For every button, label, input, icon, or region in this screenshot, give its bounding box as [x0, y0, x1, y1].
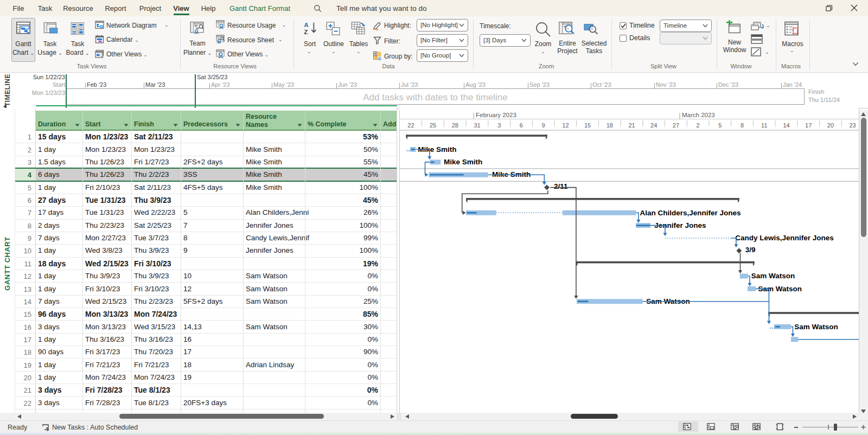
svg-text:18: 18: [607, 122, 613, 129]
svg-text:3: 3: [497, 122, 501, 129]
svg-text:6: 6: [520, 122, 523, 129]
svg-text:A: A: [304, 21, 309, 28]
svg-text:Z: Z: [304, 28, 308, 35]
svg-text:9: 9: [542, 122, 545, 129]
svg-text:17: 17: [805, 122, 812, 129]
svg-text:February 2023: February 2023: [476, 112, 516, 118]
svg-text:14: 14: [783, 122, 789, 129]
svg-text:11: 11: [761, 122, 767, 129]
svg-text:31: 31: [474, 122, 480, 129]
svg-text:8: 8: [741, 122, 744, 129]
svg-text:15: 15: [584, 122, 591, 129]
svg-text:5: 5: [718, 122, 722, 129]
svg-text:3/9: 3/9: [745, 246, 756, 254]
svg-text:12: 12: [562, 122, 569, 129]
svg-text:Alan Childers,Jennifer Jones: Alan Childers,Jennifer Jones: [640, 209, 741, 217]
svg-text:23: 23: [849, 122, 856, 129]
svg-text:2: 2: [697, 122, 700, 129]
svg-text:25: 25: [430, 122, 436, 129]
svg-text:Sam Watson: Sam Watson: [794, 323, 838, 331]
svg-text:22: 22: [407, 122, 414, 129]
svg-text:27: 27: [673, 122, 679, 129]
svg-text:Candy Lewis,Jennifer Jones: Candy Lewis,Jennifer Jones: [735, 234, 834, 242]
svg-text:March 2023: March 2023: [682, 112, 715, 118]
svg-text:Mike Smith: Mike Smith: [444, 158, 482, 166]
svg-text:20: 20: [827, 122, 834, 129]
svg-text:Sam Watson: Sam Watson: [751, 272, 795, 280]
svg-text:24: 24: [650, 122, 657, 129]
svg-text:28: 28: [452, 122, 458, 129]
svg-text:21: 21: [628, 122, 635, 129]
svg-text:2/11: 2/11: [554, 182, 568, 190]
